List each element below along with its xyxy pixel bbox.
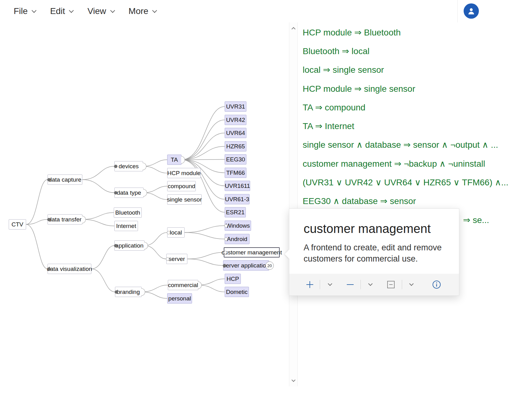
feature-label: UVR31 [226,103,245,110]
feature-node-dometic[interactable]: Dometic [225,287,249,297]
vertical-scrollbar[interactable] [289,22,298,386]
constraint-item[interactable]: (UVR31 ∨ UVR42 ∨ UVR64 ∨ HZR65 ∨ TFM66) … [303,173,532,192]
feature-label: HCP module [167,170,200,177]
feature-node-single-sensor[interactable]: single sensor [167,194,202,205]
feature-tooltip: customer management A frontend to create… [289,208,459,296]
mandatory-icon [47,267,51,271]
mandatory-icon [114,244,117,247]
tooltip-toolbar [289,274,459,295]
diagram-canvas[interactable]: CTVdata capturedata transferdata visuali… [0,22,289,418]
menu-more[interactable]: More [129,6,157,16]
feature-node-hcp[interactable]: HCP [225,274,241,284]
constraint-item[interactable]: HCP module ⇒ single sensor [303,79,532,98]
feature-node-customer-management[interactable]: customer management [224,247,280,258]
feature-node-internet[interactable]: Internet [114,221,138,231]
scroll-up-button[interactable] [289,24,297,32]
menu-edit-label: Edit [50,6,65,16]
constraint-item[interactable]: EEG30 ∧ database ⇒ sensor [303,192,532,211]
edge-commercial-dometic [198,285,225,292]
collapsed-count-badge[interactable]: 20 [265,261,274,270]
feature-node-data-type[interactable]: data type [114,188,144,198]
mandatory-icon [115,290,118,294]
feature-node-uvr42[interactable]: UVR42 [225,115,246,125]
feature-node-uvr61-3[interactable]: UVR61-3 [225,194,250,204]
scroll-down-button[interactable] [289,376,297,385]
feature-node-devices[interactable]: devices [114,161,143,171]
feature-node-tfm66[interactable]: TFM66 [225,168,246,178]
collapse-button[interactable] [380,281,402,289]
feature-node-uvr31[interactable]: UVR31 [225,101,246,112]
feature-node-windows[interactable]: Windows [225,221,251,231]
edge-ctv-data-transfer [26,220,48,225]
edge-data-visualization-application [91,246,114,269]
feature-label: Windows [226,222,250,229]
edge-data-type-compound [144,186,167,193]
feature-node-bluetooth[interactable]: Bluetooth [114,207,142,218]
feature-node-data-capture[interactable]: data capture [48,174,82,185]
optional-icon [167,231,170,234]
optional-icon [166,257,169,261]
feature-node-eeg30[interactable]: EEG30 [225,154,246,165]
add-feature-dropdown[interactable] [320,283,340,286]
constraint-item[interactable]: TA ⇒ Internet [303,117,532,135]
constraint-item[interactable]: HCP module ⇒ Bluetooth [303,23,532,42]
collapse-dropdown[interactable] [402,283,421,286]
feature-label: customer management [222,249,282,256]
mandatory-icon [47,178,51,181]
feature-node-android[interactable]: Android [225,234,250,244]
edge-local-windows [185,226,225,233]
user-avatar[interactable] [464,3,479,19]
feature-label: server application [223,262,269,269]
info-button[interactable] [429,280,445,289]
remove-feature-button[interactable] [340,280,360,289]
feature-node-branding[interactable]: branding [115,287,142,297]
feature-label: devices [119,163,139,170]
constraint-item[interactable]: customer management ⇒ ¬backup ∧ ¬uninsta… [303,154,532,173]
menu-file[interactable]: File [14,6,36,16]
mandatory-icon [114,191,117,194]
add-feature-button[interactable] [300,280,320,289]
feature-node-local[interactable]: local [167,227,185,238]
feature-label: TA [171,156,178,163]
feature-node-application[interactable]: application [114,240,144,251]
chevron-down-icon [291,378,296,382]
feature-node-personal[interactable]: personal [167,293,192,304]
feature-node-uvr64[interactable]: UVR64 [225,128,246,138]
feature-label: local [170,229,182,236]
feature-node-ctv[interactable]: CTV [9,219,26,230]
edge-data-type-single-sensor [144,193,167,200]
feature-label: UVR1611 [225,183,250,189]
feature-node-esr21[interactable]: ESR21 [225,207,246,217]
feature-label: compound [168,183,195,190]
feature-label: personal [168,295,191,302]
menu-edit[interactable]: Edit [50,6,73,16]
feature-node-hzr65[interactable]: HZR65 [225,141,246,151]
edge-data-capture-data-type [82,180,114,193]
remove-feature-dropdown[interactable] [361,283,380,286]
feature-node-data-visualization[interactable]: data visualization [48,264,91,274]
feature-node-uvr1611[interactable]: UVR1611 [225,181,250,191]
feature-label: UVR61-3 [225,196,249,203]
constraint-item[interactable]: Bluetooth ⇒ local [303,42,532,60]
feature-node-hcp-module[interactable]: HCP module [167,168,201,178]
feature-label: TFM66 [226,170,245,176]
feature-node-commercial[interactable]: commercial [168,280,198,290]
constraint-item[interactable]: local ⇒ single sensor [303,61,532,79]
constraint-item[interactable]: TA ⇒ compound [303,98,532,117]
menu-view[interactable]: View [87,6,114,16]
minus-icon [346,280,355,289]
constraint-item[interactable]: single sensor ∧ database ⇒ sensor ∧ ¬out… [303,136,532,154]
feature-label: data visualization [47,266,92,272]
feature-node-compound[interactable]: compound [167,181,196,191]
tooltip-description: A frontend to create, edit and remove cu… [304,242,456,264]
feature-label: CTV [11,221,23,228]
edge-commercial-hcp [198,279,225,285]
edge-ta-uvr31 [181,107,225,160]
feature-node-server[interactable]: server [166,254,187,264]
feature-node-server-application[interactable]: server application20 [223,260,269,271]
menu-view-label: View [87,6,106,16]
edge-ctv-data-visualization [26,225,48,269]
menu-file-label: File [14,6,28,16]
feature-node-data-transfer[interactable]: data transfer [48,214,82,225]
feature-node-ta[interactable]: TA [167,155,181,165]
